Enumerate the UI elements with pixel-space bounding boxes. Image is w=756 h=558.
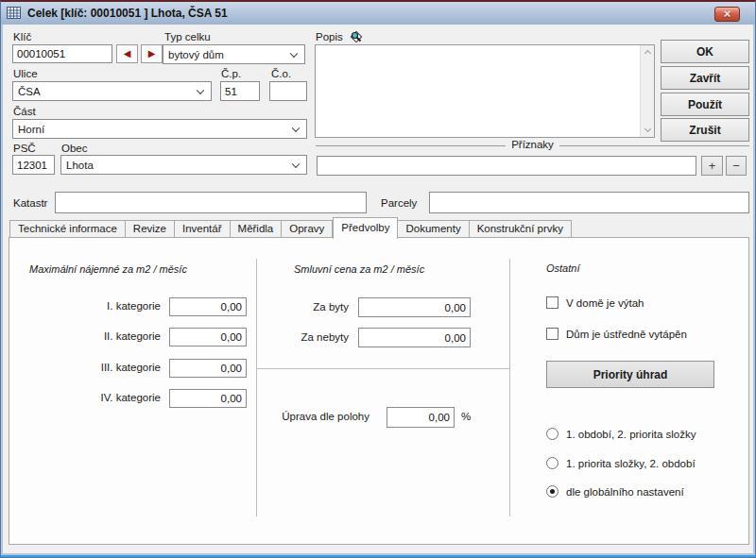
tab-technicke-informace[interactable]: Technické informace xyxy=(9,220,126,237)
radio-icon xyxy=(546,457,558,469)
radio-priorita-obdobi[interactable]: 1. priorita složky, 2. období xyxy=(546,457,696,469)
max-najemne-heading: Maximální nájemné za m2 / měsíc xyxy=(29,263,187,275)
scroll-down-icon xyxy=(644,126,650,132)
chevron-down-icon xyxy=(292,124,300,131)
close-button[interactable]: × xyxy=(714,7,740,22)
typ-celku-value: bytový dům xyxy=(168,49,224,60)
klic-input[interactable] xyxy=(12,44,112,63)
tab-dokumenty[interactable]: Dokumenty xyxy=(398,220,469,237)
tab-konstrukcni-prvky[interactable]: Konstrukční prvky xyxy=(470,220,572,237)
radio-globalni-nastaveni[interactable]: dle globálního nastavení xyxy=(546,485,684,498)
cast-label: Část xyxy=(13,106,36,117)
kategorie-1-label: I. kategorie xyxy=(9,300,161,312)
checkbox-icon xyxy=(546,296,558,309)
tab-meridla[interactable]: Měřidla xyxy=(231,220,283,237)
tab-inventar[interactable]: Inventář xyxy=(175,220,231,237)
radio-icon xyxy=(546,428,558,440)
radio-obdobi-priorita[interactable]: 1. období, 2. priorita složky xyxy=(546,428,696,440)
ulice-label: Ulice xyxy=(13,68,38,79)
priznaky-group-label: Příznaky xyxy=(316,139,749,150)
radio-obdobi-priorita-label: 1. období, 2. priorita složky xyxy=(566,429,696,440)
smluvni-cena-heading: Smluvní cena za m2 / měsíc xyxy=(294,263,424,275)
kategorie-3-label: III. kategorie xyxy=(9,362,161,373)
katastr-input[interactable] xyxy=(55,192,367,213)
obec-select[interactable]: Lhota xyxy=(60,155,307,175)
priznaky-add-button[interactable]: + xyxy=(701,156,723,176)
titlebar: Celek [klíč: 00010051 ] Lhota, ČSA 51 × xyxy=(1,2,755,25)
radio-globalni-nastaveni-label: dle globálního nastavení xyxy=(566,486,684,498)
psc-input[interactable] xyxy=(12,155,55,175)
chevron-down-icon xyxy=(197,86,204,93)
cp-label: Č.p. xyxy=(221,68,241,79)
kategorie-4-label: IV. kategorie xyxy=(9,392,161,403)
uprava-input[interactable] xyxy=(387,407,455,428)
scroll-up-icon xyxy=(644,50,650,57)
minus-icon: − xyxy=(732,160,740,172)
chevron-down-icon xyxy=(292,160,300,167)
checkbox-vytah-label: V domě je výtah xyxy=(566,297,644,309)
cast-value: Horní xyxy=(18,124,44,135)
priznaky-remove-button[interactable]: − xyxy=(726,156,747,176)
checkbox-vytapen[interactable]: Dům je ústředně vytápěn xyxy=(546,328,687,340)
kategorie-4-input[interactable] xyxy=(169,389,247,408)
za-nebyty-input[interactable] xyxy=(358,328,471,347)
celek-window: Celek [klíč: 00010051 ] Lhota, ČSA 51 × … xyxy=(0,0,756,558)
radio-icon xyxy=(546,485,558,498)
next-arrow-icon: ▶ xyxy=(148,49,156,59)
co-label: Č.o. xyxy=(271,68,291,79)
percent-label: % xyxy=(461,411,480,422)
parcely-input[interactable] xyxy=(429,192,749,213)
klic-label: Klíč xyxy=(13,31,31,42)
typ-celku-label: Typ celku xyxy=(164,31,211,42)
kategorie-3-input[interactable] xyxy=(169,359,247,378)
priority-uhrad-button[interactable]: Priority úhrad xyxy=(546,361,714,388)
obec-value: Lhota xyxy=(66,160,94,171)
prev-record-button[interactable]: ◀ xyxy=(116,44,138,63)
tab-predvolby[interactable]: Předvolby xyxy=(333,217,398,239)
priznaky-input[interactable] xyxy=(317,156,696,176)
close-icon: × xyxy=(724,9,731,19)
building-grid-icon xyxy=(7,7,22,20)
uprava-label: Úprava dle polohy xyxy=(256,411,369,422)
ok-button[interactable]: OK xyxy=(661,40,749,63)
tab-revize[interactable]: Revize xyxy=(126,220,175,237)
parcely-label: Parcely xyxy=(381,197,417,209)
popis-label: Popis xyxy=(316,31,343,42)
zavrit-button[interactable]: Zavřít xyxy=(661,66,749,90)
predvolby-panel: Maximální nájemné za m2 / měsíc I. kateg… xyxy=(9,237,749,545)
radio-priorita-obdobi-label: 1. priorita složky, 2. období xyxy=(566,458,696,469)
tab-opravy[interactable]: Opravy xyxy=(282,220,333,237)
popis-box xyxy=(315,44,655,138)
next-record-button[interactable]: ▶ xyxy=(141,44,163,63)
column-divider-1 xyxy=(256,259,257,516)
cast-select[interactable]: Horní xyxy=(12,119,307,139)
ulice-select[interactable]: ČSA xyxy=(12,81,212,101)
window-title: Celek [klíč: 00010051 ] Lhota, ČSA 51 xyxy=(27,7,228,20)
kategorie-1-input[interactable] xyxy=(169,297,247,316)
column-divider-2 xyxy=(509,259,510,516)
za-byty-input[interactable] xyxy=(358,297,471,317)
ostatni-heading: Ostatní xyxy=(546,262,579,274)
checkbox-vytapen-label: Dům je ústředně vytápěn xyxy=(566,329,687,340)
plus-icon: + xyxy=(709,160,716,172)
popis-scrollbar[interactable] xyxy=(640,45,654,137)
katastr-label: Katastr xyxy=(13,197,47,209)
co-input[interactable] xyxy=(269,81,307,101)
pouzit-button[interactable]: Použít xyxy=(661,93,749,116)
chevron-down-icon xyxy=(290,49,298,57)
kategorie-2-label: II. kategorie xyxy=(9,330,161,342)
cp-input[interactable] xyxy=(220,81,260,101)
checkbox-vytah[interactable]: V domě je výtah xyxy=(546,296,644,309)
tab-bar: Technické informace Revize Inventář Měři… xyxy=(9,217,572,237)
obec-label: Obec xyxy=(61,143,88,154)
typ-celku-select[interactable]: bytový dům xyxy=(163,44,305,64)
checkbox-icon xyxy=(546,328,558,340)
popis-textarea[interactable] xyxy=(316,45,640,137)
za-byty-label: Za byty xyxy=(265,301,349,313)
scroll-down-button[interactable] xyxy=(641,124,655,137)
ulice-value: ČSA xyxy=(18,86,41,97)
kategorie-2-input[interactable] xyxy=(169,328,247,347)
scroll-up-button[interactable] xyxy=(641,45,655,59)
middle-divider xyxy=(257,368,509,369)
psc-label: PSČ xyxy=(13,143,36,154)
